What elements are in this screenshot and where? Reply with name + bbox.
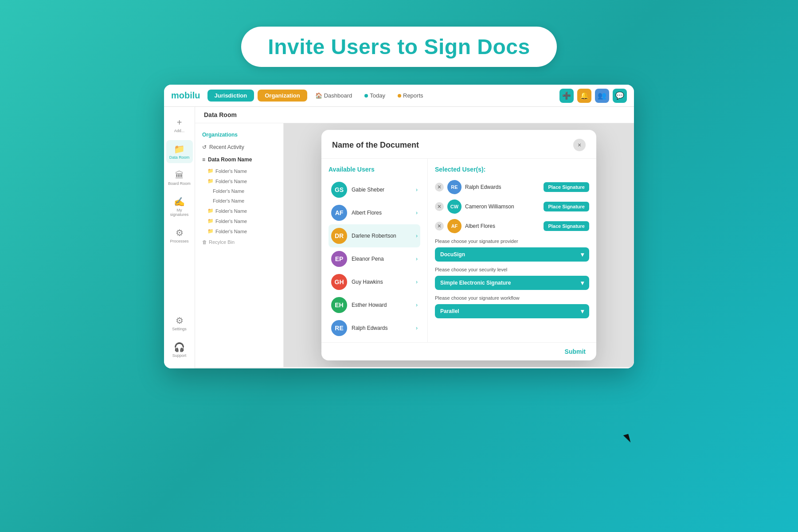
workflow-dropdown[interactable]: Parallel ▾ [435, 304, 589, 318]
signature-provider-dropdown[interactable]: DocuSign ▾ [435, 247, 589, 262]
remove-user-button[interactable]: ✕ [435, 183, 444, 192]
selected-user-name: Ralph Edwards [465, 184, 540, 190]
sidebar-item-my-signatures[interactable]: ✍ My signatures [166, 193, 193, 220]
app-window: mobilu Jurisdiction Organization 🏠 Dashb… [164, 85, 634, 368]
main-area: + Add... 📁 Data Room 🏛 Board Room ✍ My s… [164, 107, 634, 368]
avatar: GS [331, 182, 347, 198]
user-name: Darlene Robertson [352, 233, 411, 239]
close-button[interactable]: × [573, 139, 586, 151]
folder-small-icon: 📁 [207, 218, 214, 224]
avatar: DR [331, 228, 347, 244]
close-icon: × [578, 141, 581, 149]
signature-provider-label: Please choose your signature provider [435, 239, 589, 244]
folder-icon: 📁 [174, 144, 185, 154]
chevron-down-icon: ▾ [581, 279, 584, 286]
folder-item-5[interactable]: 📁 Folder's Name [195, 226, 283, 236]
folder-small-icon: 📁 [207, 168, 214, 174]
user-name: Eleanor Pena [352, 256, 411, 262]
workflow-section: Please choose your signature workflow Pa… [435, 295, 589, 318]
signature-provider-section: Please choose your signature provider Do… [435, 239, 589, 262]
user-list-item[interactable]: GS Gabie Sheber › [329, 178, 420, 201]
folder-item-sub-2[interactable]: Folder's Name [195, 196, 283, 206]
user-name: Albert Flores [352, 210, 411, 216]
signature-icon: ✍ [174, 196, 185, 207]
folder-item-2[interactable]: 📁 Folder's Name [195, 176, 283, 186]
nav-item-reports[interactable]: Reports [393, 90, 428, 101]
place-signature-button[interactable]: Place Signature [544, 202, 589, 211]
left-panel-data-room-name[interactable]: ≡ Data Room Name [195, 153, 283, 166]
chevron-right-icon: › [416, 279, 418, 285]
selected-user-name: Albert Flores [465, 223, 540, 229]
folder-small-icon: 📁 [207, 178, 214, 184]
sidebar-item-processes[interactable]: ⚙ Processes [166, 224, 193, 247]
board-icon: 🏛 [175, 170, 184, 180]
processes-icon: ⚙ [176, 227, 184, 238]
remove-user-button[interactable]: ✕ [435, 202, 444, 211]
chevron-right-icon: › [416, 256, 418, 262]
chevron-down-icon: ▾ [581, 308, 584, 315]
left-panel-organizations[interactable]: Organizations [195, 129, 283, 141]
selected-user-row: ✕ AF Albert Flores Place Signature [435, 219, 589, 233]
place-signature-button[interactable]: Place Signature [544, 182, 589, 192]
selected-users-panel: Selected User(s): ✕ RE Ralph Edwards Pla… [428, 159, 596, 342]
avatar: EP [331, 251, 347, 267]
avatar: AF [447, 219, 462, 233]
organizations-label: Organizations [202, 132, 238, 138]
user-name: Guy Hawkins [352, 279, 411, 285]
user-list-item[interactable]: GH Guy Hawkins › [329, 270, 420, 293]
chat-icon-btn[interactable]: 💬 [613, 89, 627, 103]
nav-item-today[interactable]: Today [360, 90, 390, 101]
chevron-right-icon: › [416, 325, 418, 331]
folder-item-1[interactable]: 📁 Folder's Name [195, 166, 283, 176]
user-list-item[interactable]: EP Eleanor Pena › [329, 247, 420, 270]
folder-item-sub-1[interactable]: Folder's Name [195, 186, 283, 196]
home-icon: 🏠 [315, 92, 322, 99]
avatar: EH [331, 297, 347, 313]
user-name: Esther Howard [352, 302, 411, 308]
left-panel-recent-activity[interactable]: ↺ Recent Activity [195, 141, 283, 153]
nav-tab-jurisdiction[interactable]: Jurisdiction [207, 90, 254, 102]
support-icon: 🎧 [174, 342, 185, 352]
place-signature-button[interactable]: Place Signature [544, 221, 589, 231]
users-icon-btn[interactable]: 👥 [595, 89, 609, 103]
chevron-down-icon: ▾ [581, 251, 584, 258]
security-level-section: Please choose your security level Simple… [435, 267, 589, 290]
content-header: Data Room [195, 107, 634, 123]
chevron-right-icon: › [416, 233, 418, 239]
submit-button[interactable]: Submit [565, 348, 586, 355]
app-logo: mobilu [171, 90, 200, 101]
avatar: CW [447, 200, 462, 214]
user-name: Ralph Edwards [352, 325, 411, 331]
sidebar-item-settings[interactable]: ⚙ Settings [166, 312, 193, 335]
avatar: RE [331, 320, 347, 336]
recycle-icon: 🗑 [202, 239, 207, 245]
folder-small-icon: 📁 [207, 208, 214, 214]
remove-user-button[interactable]: ✕ [435, 222, 444, 231]
add-icon-btn[interactable]: ➕ [559, 89, 574, 103]
user-list-item[interactable]: AF Albert Flores › [329, 201, 420, 224]
user-list-item[interactable]: DR Darlene Robertson › [329, 224, 420, 247]
chevron-right-icon: › [416, 187, 418, 193]
mouse-cursor [623, 434, 631, 444]
nav-tab-organization[interactable]: Organization [258, 90, 307, 102]
bell-icon-btn[interactable]: 🔔 [577, 89, 591, 103]
user-list-item[interactable]: EH Esther Howard › [329, 293, 420, 317]
sidebar-item-support[interactable]: 🎧 Support [166, 338, 193, 361]
recycle-bin-item[interactable]: 🗑 Recylce Bin [195, 236, 283, 248]
chevron-right-icon: › [416, 210, 418, 216]
reports-dot-icon [398, 94, 401, 98]
nav-item-dashboard[interactable]: 🏠 Dashboard [311, 90, 357, 101]
available-users-panel: Available Users GS Gabie Sheber › AF Alb… [321, 159, 428, 342]
selected-user-name: Cameron Williamson [465, 203, 540, 210]
sidebar-item-add[interactable]: + Add... [166, 114, 193, 137]
folder-item-3[interactable]: 📁 Folder's Name [195, 206, 283, 216]
avatar: RE [447, 180, 462, 194]
user-list-item[interactable]: RE Ralph Edwards › [329, 317, 420, 340]
security-level-dropdown[interactable]: Simple Electronic Signature ▾ [435, 276, 589, 290]
sidebar-item-board-room[interactable]: 🏛 Board Room [166, 167, 193, 189]
content-area: Data Room Organizations ↺ Recent Activit… [195, 107, 634, 368]
folder-item-4[interactable]: 📁 Folder's Name [195, 216, 283, 226]
sidebar: + Add... 📁 Data Room 🏛 Board Room ✍ My s… [164, 107, 195, 368]
workflow-label: Please choose your signature workflow [435, 295, 589, 301]
sidebar-item-data-room[interactable]: 📁 Data Room [166, 140, 193, 163]
